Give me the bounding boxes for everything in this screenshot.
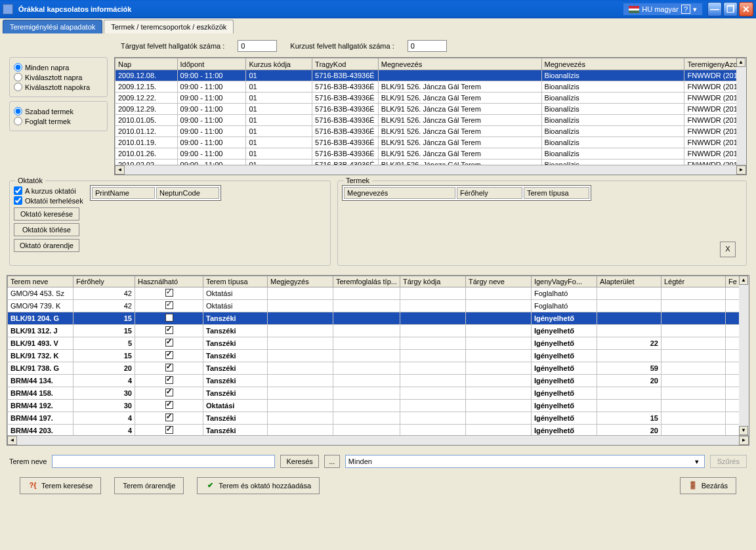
col-4[interactable]: Megjegyzés [268, 276, 333, 287]
kereses-button[interactable]: Keresés [280, 455, 318, 468]
table-row[interactable]: BRM/44 197.4TanszékiIgényelhető15 [8, 412, 749, 425]
radio-szabad[interactable] [14, 107, 22, 116]
scroll-up-icon[interactable]: ▲ [736, 58, 746, 67]
rooms-vertical-scrollbar[interactable]: ▲ ▼ [739, 276, 749, 445]
col-7[interactable]: Tárgy neve [465, 276, 531, 287]
col-ferohely[interactable]: Férőhely [457, 187, 522, 199]
table-row[interactable]: BRM/44 134.4TanszékiIgényelhető20 [8, 375, 749, 387]
checkbox-icon[interactable] [165, 314, 173, 322]
checkbox-icon[interactable] [165, 426, 173, 434]
table-row[interactable]: BRM/44 158.30TanszékiIgényelhető [8, 387, 749, 400]
col-0[interactable]: Terem neve [8, 276, 74, 287]
hozzaadasa-button[interactable]: ✔ Terem és oktató hozzáadása [197, 477, 320, 494]
checkbox-icon[interactable] [165, 376, 173, 384]
terem-keresese-button[interactable]: ?{ Terem keresése [20, 477, 101, 494]
filter-combo[interactable]: Minden ▾ [345, 455, 705, 468]
tab-teremigenylesi[interactable]: Teremigénylési alapadatok [3, 20, 102, 33]
checkbox-icon[interactable] [165, 339, 173, 347]
chk-oktatoi-terheles[interactable] [14, 196, 22, 205]
schedule-grid[interactable]: NapIdőpontKurzus kódjaTragyKodMegnevezés… [114, 57, 747, 175]
table-row[interactable]: BLK/91 493. V5TanszékiIgényelhető22 [8, 337, 749, 350]
col-2[interactable]: Használható [135, 276, 203, 287]
bezaras-button[interactable]: 🚪 Bezárás [680, 477, 736, 494]
language-selector[interactable]: HU magyar ? ▾ [623, 3, 702, 15]
scroll-left-icon[interactable]: ◄ [7, 436, 17, 445]
col-9[interactable]: Alapterület [597, 276, 661, 287]
scroll-right-icon[interactable]: ► [739, 436, 749, 445]
col-megnevezés[interactable]: Megnevezés [378, 58, 541, 70]
dropdown-icon[interactable]: ▾ [693, 5, 697, 14]
table-row[interactable]: 2010.01.05.09:00 - 11:00015716-B3B-43936… [116, 115, 746, 126]
oktatok-subgrid[interactable]: PrintNameNeptunCode [90, 185, 221, 201]
col-10[interactable]: Légtér [661, 276, 725, 287]
table-row[interactable]: 2009.12.22.09:00 - 11:00015716-B3B-43936… [116, 93, 746, 104]
chk-kurzus-oktatoi[interactable] [14, 186, 22, 195]
checkbox-icon[interactable] [165, 364, 173, 371]
table-row[interactable]: BLK/91 204. G15TanszékiIgényelhető [8, 312, 749, 325]
col-megnevezes[interactable]: Megnevezés [344, 187, 455, 199]
radio-minden-napra[interactable] [14, 63, 22, 72]
scroll-right-icon[interactable]: ► [736, 165, 746, 175]
table-row[interactable]: 2009.12.29.09:00 - 11:00015716-B3B-43936… [116, 104, 746, 115]
oktato-keresese-button[interactable]: Oktató keresése [14, 207, 79, 221]
checkbox-icon[interactable] [165, 351, 173, 359]
bezaras-label: Bezárás [702, 482, 728, 490]
vertical-scrollbar[interactable]: ▲ [736, 58, 746, 175]
maximize-button[interactable]: ❐ [723, 2, 738, 16]
checkbox-icon[interactable] [165, 289, 173, 297]
radio-kivalasztott-napokra[interactable] [14, 83, 22, 91]
table-row[interactable]: BRM/44 192.30OktatásiIgényelhető [8, 400, 749, 412]
col-időpont[interactable]: Időpont [177, 58, 246, 70]
rooms-horizontal-scrollbar[interactable]: ◄ ► [7, 435, 749, 445]
minimize-button[interactable]: — [707, 2, 722, 16]
table-row[interactable]: 2009.12.08.09:00 - 11:00015716-B3B-43936… [116, 70, 746, 81]
col-6[interactable]: Tárgy kódja [400, 276, 465, 287]
col-nap[interactable]: Nap [116, 58, 178, 70]
table-row[interactable]: 2010.01.26.09:00 - 11:00015716-B3B-43936… [116, 148, 746, 159]
table-row[interactable]: GMO/94 739. K42OktatásiFoglalható [8, 300, 749, 312]
scroll-down-icon[interactable]: ▼ [739, 426, 748, 435]
col-terem-tipusa[interactable]: Terem típusa [524, 187, 589, 199]
checkbox-icon[interactable] [165, 301, 173, 309]
terem-orarendje-button[interactable]: Terem órarendje [114, 477, 184, 494]
table-row[interactable]: 2010.01.12.09:00 - 11:00015716-B3B-43936… [116, 126, 746, 137]
table-row[interactable]: GMO/94 453. Sz42OktatásiFoglalható [8, 287, 749, 300]
col-neptuncode[interactable]: NeptunCode [156, 187, 219, 199]
horizontal-scrollbar[interactable]: ◄ ► [115, 165, 746, 175]
col-5[interactable]: Teremfoglalás típ... [333, 276, 400, 287]
termek-remove-button[interactable]: X [720, 242, 736, 257]
checkbox-icon[interactable] [165, 401, 173, 409]
col-3[interactable]: Terem típusa [203, 276, 268, 287]
help-icon[interactable]: ? [681, 5, 690, 14]
rooms-grid[interactable]: Terem neveFérőhelyHasználhatóTerem típus… [7, 275, 749, 446]
checkbox-icon[interactable] [165, 389, 173, 396]
col-8[interactable]: IgenyVagyFo... [531, 276, 597, 287]
table-row[interactable]: BLK/91 738. G20TanszékiIgényelhető59 [8, 362, 749, 375]
terem-neve-input[interactable] [52, 455, 275, 468]
browse-button[interactable]: ... [324, 455, 340, 468]
col-megnevezés[interactable]: Megnevezés [541, 58, 684, 70]
app-icon [3, 4, 13, 14]
checkbox-icon[interactable] [165, 413, 173, 421]
table-row[interactable]: 2010.01.19.09:00 - 11:00015716-B3B-43936… [116, 137, 746, 148]
table-row[interactable]: 2009.12.15.09:00 - 11:00015716-B3B-43936… [116, 81, 746, 93]
table-row[interactable]: BLK/91 312. J15TanszékiIgényelhető [8, 325, 749, 337]
termek-subgrid[interactable]: Megnevezés Férőhely Terem típusa [342, 185, 591, 201]
scroll-left-icon[interactable]: ◄ [115, 165, 125, 175]
scroll-up-icon[interactable]: ▲ [739, 276, 748, 285]
oktatok-torlese-button[interactable]: Oktatók törlése [14, 223, 79, 236]
checkbox-icon[interactable] [165, 326, 173, 334]
radio-foglalt[interactable] [14, 117, 22, 125]
targyat-input[interactable] [238, 40, 277, 52]
col-tragykod[interactable]: TragyKod [312, 58, 379, 70]
kurzust-input[interactable] [408, 40, 447, 52]
table-row[interactable]: BLK/91 732. K15TanszékiIgényelhető [8, 350, 749, 362]
close-button[interactable]: ✕ [739, 2, 753, 16]
col-kurzus kódja[interactable]: Kurzus kódja [246, 58, 312, 70]
tab-termek[interactable]: Termek / teremcsoportok / eszközök [104, 20, 234, 33]
col-printname[interactable]: PrintName [92, 187, 155, 199]
col-1[interactable]: Férőhely [74, 276, 135, 287]
oktato-orarendje-button[interactable]: Oktató órarendje [14, 239, 79, 252]
door-icon: 🚪 [688, 481, 698, 490]
radio-kivalasztott-napra[interactable] [14, 73, 22, 81]
